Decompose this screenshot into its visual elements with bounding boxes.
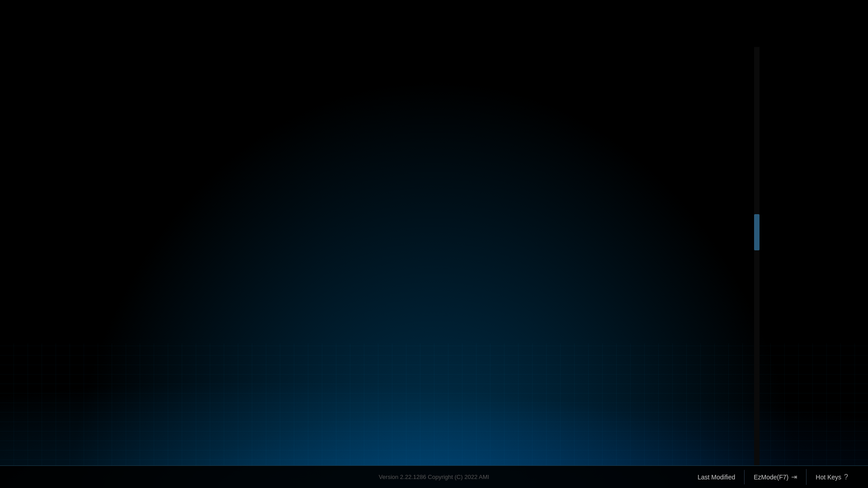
scroll-thumb[interactable]: [754, 214, 760, 250]
hot-keys-button[interactable]: Hot Keys ?: [807, 469, 857, 485]
ezmode-label: EzMode(F7): [754, 474, 788, 481]
last-modified-button[interactable]: Last Modified: [689, 470, 745, 484]
hot-keys-label: Hot Keys: [816, 474, 841, 481]
scroll-track[interactable]: [754, 47, 760, 465]
ezmode-button[interactable]: EzMode(F7) ⇥: [745, 469, 807, 485]
hot-keys-icon: ?: [844, 473, 848, 481]
last-modified-label: Last Modified: [698, 474, 735, 481]
ezmode-icon: ⇥: [791, 473, 797, 481]
version-text: Version 2.22.1286 Copyright (C) 2022 AMI: [379, 474, 489, 480]
bottom-bar: Version 2.22.1286 Copyright (C) 2022 AMI…: [0, 465, 868, 488]
